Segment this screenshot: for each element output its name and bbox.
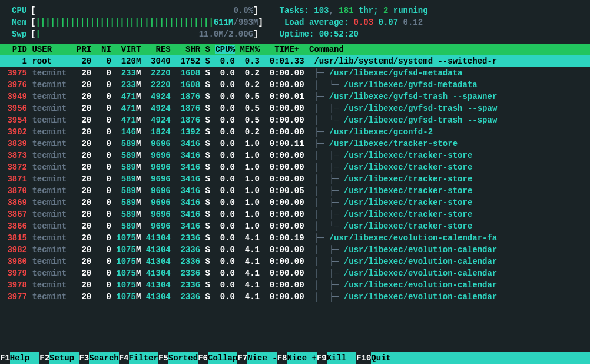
tasks-stats: Tasks: 103, 181 thr; 2 running <box>279 5 427 16</box>
process-row[interactable]: 3979 tecmint 20 0 1075M 41304 2336 S 0.0… <box>0 267 590 279</box>
fkey-f7: F7 <box>237 352 247 364</box>
cpu-label: CPU <box>12 5 31 16</box>
fkey-label-quit[interactable]: Quit <box>371 352 400 364</box>
header-meters: CPU[ 0.0%]Tasks: 103, 181 thr; 2 running… <box>0 0 590 44</box>
swp-meter: Swp[| 11.0M/2.00G]Uptime: 00:52:20 <box>0 28 590 40</box>
fkey-label-nice--[interactable]: Nice - <box>247 352 277 364</box>
mem-total: 993M <box>238 16 258 28</box>
process-row[interactable]: 3982 tecmint 20 0 1075M 41304 2336 S 0.0… <box>0 244 590 256</box>
process-row[interactable]: 3839 tecmint 20 0 589M 9696 3416 S 0.0 1… <box>0 138 590 150</box>
fkey-label-collap[interactable]: Collap <box>208 352 237 364</box>
process-table-header[interactable]: PID USER PRI NI VIRT RES SHR S CPU% MEM%… <box>0 44 590 55</box>
col-user[interactable]: USER <box>32 45 77 54</box>
fkey-label-filter[interactable]: Filter <box>129 352 158 364</box>
process-row[interactable]: 1 root 20 0 120M 3040 1752 S 0.0 0.3 0:0… <box>0 55 590 67</box>
process-row[interactable]: 3815 tecmint 20 0 1075M 41304 2336 S 0.0… <box>0 232 590 244</box>
process-row[interactable]: 3975 tecmint 20 0 233M 2220 1608 S 0.0 0… <box>0 67 590 79</box>
mem-bar: |||||||||||||||||||||||||||||||||||| <box>35 16 213 28</box>
col-shr[interactable]: SHR <box>185 45 200 54</box>
process-row[interactable]: 3956 tecmint 20 0 471M 4924 1876 S 0.0 0… <box>0 102 590 114</box>
process-row[interactable]: 3977 tecmint 20 0 1075M 41304 2336 S 0.0… <box>0 291 590 303</box>
fkey-label-setup[interactable]: Setup <box>49 352 79 364</box>
fkey-f10: F10 <box>356 352 371 364</box>
process-row[interactable]: 3867 tecmint 20 0 589M 9696 3416 S 0.0 1… <box>0 209 590 220</box>
fkey-f3: F3 <box>79 352 89 364</box>
fkey-label-kill[interactable]: Kill <box>327 352 356 364</box>
col-time[interactable]: TIME+ <box>274 45 299 54</box>
process-row[interactable]: 3871 tecmint 20 0 589M 9696 3416 S 0.0 1… <box>0 173 590 185</box>
process-row[interactable]: 3873 tecmint 20 0 589M 9696 3416 S 0.0 1… <box>0 150 590 161</box>
process-row[interactable]: 3866 tecmint 20 0 589M 9696 3416 S 0.0 1… <box>0 220 590 232</box>
fkey-f1: F1 <box>0 352 10 364</box>
col-ni[interactable]: NI <box>101 45 111 54</box>
cpu-meter: CPU[ 0.0%]Tasks: 103, 181 thr; 2 running <box>0 5 590 16</box>
process-row[interactable]: 3980 tecmint 20 0 1075M 41304 2336 S 0.0… <box>0 256 590 267</box>
fkey-f2: F2 <box>39 352 49 364</box>
col-pid[interactable]: PID <box>2 45 27 54</box>
process-row[interactable]: 3872 tecmint 20 0 589M 9696 3416 S 0.0 1… <box>0 161 590 173</box>
process-row[interactable]: 3902 tecmint 20 0 146M 1824 1392 S 0.0 0… <box>0 126 590 138</box>
footer-bar: F1Help F2Setup F3SearchF4FilterF5SortedF… <box>0 352 590 364</box>
process-row[interactable]: 3870 tecmint 20 0 589M 9696 3416 S 0.0 1… <box>0 185 590 197</box>
col-state[interactable]: S <box>205 45 210 54</box>
mem-meter: Mem[||||||||||||||||||||||||||||||||||||… <box>0 16 590 28</box>
fkey-label-help[interactable]: Help <box>10 352 39 364</box>
fkey-f8: F8 <box>277 352 287 364</box>
fkey-label-sorted[interactable]: Sorted <box>168 352 198 364</box>
col-command[interactable]: Command <box>309 45 344 54</box>
fkey-label-nice-+[interactable]: Nice + <box>287 352 316 364</box>
fkey-f4: F4 <box>119 352 129 364</box>
swp-label: Swp <box>12 28 31 40</box>
mem-label: Mem <box>12 16 31 28</box>
col-virt[interactable]: VIRT <box>121 45 141 54</box>
process-row[interactable]: 3954 tecmint 20 0 471M 4924 1876 S 0.0 0… <box>0 114 590 126</box>
mem-used: 611M <box>214 16 234 28</box>
cpu-percent: 0.0% <box>233 5 253 16</box>
col-res[interactable]: RES <box>156 45 171 54</box>
process-list[interactable]: 1 root 20 0 120M 3040 1752 S 0.0 0.3 0:0… <box>0 55 590 303</box>
process-row[interactable]: 3978 tecmint 20 0 1075M 41304 2336 S 0.0… <box>0 279 590 291</box>
col-cpu-sorted[interactable]: CPU% <box>215 45 235 54</box>
col-mem[interactable]: MEM% <box>240 45 260 54</box>
fkey-f5: F5 <box>158 352 168 364</box>
process-row[interactable]: 3869 tecmint 20 0 589M 9696 3416 S 0.0 1… <box>0 197 590 209</box>
load-average: Load average: 0.03 0.07 0.12 <box>284 16 423 28</box>
swp-text: 11.0M/2.00G <box>199 28 253 40</box>
fkey-f9: F9 <box>317 352 327 364</box>
fkey-f6: F6 <box>198 352 208 364</box>
process-row[interactable]: 3949 tecmint 20 0 471M 4924 1876 S 0.0 0… <box>0 91 590 102</box>
uptime: Uptime: 00:52:20 <box>279 28 358 40</box>
process-row[interactable]: 3976 tecmint 20 0 233M 2220 1608 S 0.0 0… <box>0 79 590 91</box>
col-pri[interactable]: PRI <box>77 45 91 54</box>
fkey-label-search[interactable]: Search <box>89 352 118 364</box>
